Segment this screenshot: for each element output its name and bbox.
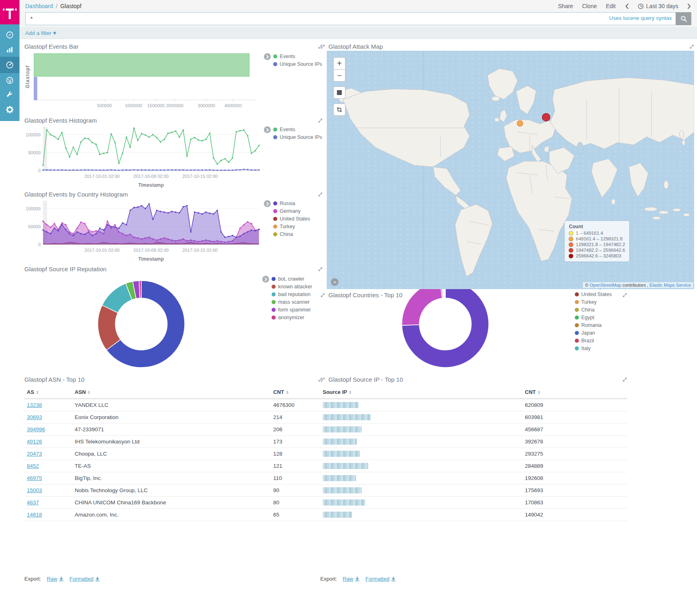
legend-color-dot: [273, 201, 277, 205]
legend-item[interactable]: Events: [273, 127, 322, 132]
as-number-link[interactable]: 394996: [27, 426, 45, 432]
attack-map[interactable]: + − Count 1 – 649161.4649161.4 – 1298321…: [327, 51, 694, 289]
ip-export-row: Export: Raw Formatted: [320, 576, 396, 582]
legend-item[interactable]: Unique Source IPs: [273, 134, 322, 140]
clone-button[interactable]: Clone: [582, 3, 597, 9]
legend-item[interactable]: bad reputation: [272, 292, 312, 297]
sidebar-item-visualize[interactable]: [0, 42, 19, 57]
expand-panel-icon[interactable]: [318, 192, 323, 197]
legend-item[interactable]: Russia: [273, 201, 310, 206]
legend-toggle[interactable]: [264, 126, 271, 133]
as-number-link[interactable]: 13238: [27, 402, 42, 408]
map-attribution-collapse-button[interactable]: [331, 278, 339, 286]
export-label: Export:: [24, 576, 41, 582]
edit-button[interactable]: Edit: [606, 3, 615, 9]
sidebar: [0, 0, 19, 616]
crop-icon: [337, 107, 342, 112]
legend-item[interactable]: Turkey: [575, 299, 612, 305]
map-fit-bounds-button[interactable]: [333, 86, 345, 99]
legend-item[interactable]: form spammer: [272, 307, 312, 313]
sidebar-item-dev-tools[interactable]: [0, 88, 19, 102]
map-draw-filter-button[interactable]: [333, 104, 345, 116]
legend-item[interactable]: Japan: [575, 330, 612, 336]
brand-logo[interactable]: [0, 0, 19, 24]
svg-text:0: 0: [38, 168, 41, 173]
expand-panel-icon[interactable]: [320, 44, 325, 49]
expand-panel-icon[interactable]: [622, 377, 627, 382]
openstreetmap-link[interactable]: OpenStreetMap: [590, 283, 621, 287]
map-controls: + −: [333, 57, 345, 116]
as-number-link[interactable]: 15003: [27, 487, 42, 493]
legend-item[interactable]: Romania: [575, 322, 612, 328]
breadcrumb-dashboard-link[interactable]: Dashboard: [25, 3, 53, 9]
export-formatted-link[interactable]: Formatted: [365, 576, 396, 582]
lucene-hint-link[interactable]: Uses lucene query syntax: [609, 15, 672, 21]
as-number-link[interactable]: 49126: [27, 439, 42, 445]
as-number-link[interactable]: 46975: [27, 475, 42, 481]
panel-title: Glastopf Events Bar: [24, 43, 78, 50]
legend-item[interactable]: China: [273, 231, 310, 237]
sidebar-item-dashboard[interactable]: [0, 57, 19, 73]
export-formatted-link[interactable]: Formatted: [69, 576, 100, 582]
export-raw-link[interactable]: Raw: [343, 576, 360, 582]
legend-item[interactable]: Turkey: [273, 224, 310, 229]
share-button[interactable]: Share: [558, 3, 573, 9]
as-number-link[interactable]: 14618: [27, 512, 42, 518]
search-button[interactable]: [676, 12, 691, 25]
sidebar-item-management[interactable]: [0, 102, 19, 117]
legend-item[interactable]: Events: [273, 54, 322, 59]
legend-item[interactable]: China: [575, 307, 612, 313]
column-header-source-ip[interactable]: Source IP: [320, 387, 522, 399]
table-row: 20473Choopa, LLC128: [24, 448, 323, 460]
legend-label: Italy: [581, 346, 591, 351]
legend-item[interactable]: Italy: [575, 346, 612, 351]
legend-toggle[interactable]: [262, 276, 269, 283]
table-row: 620809: [320, 399, 627, 411]
legend-item[interactable]: United States: [575, 292, 612, 297]
legend-item[interactable]: mass scanner: [272, 299, 312, 305]
sidebar-item-timelion[interactable]: [0, 73, 19, 88]
events-histogram-chart: 0500001000002017-10-01 02:002017-10-08 0…: [24, 125, 323, 192]
expand-panel-icon[interactable]: [318, 118, 323, 123]
add-filter-link[interactable]: Add a filter+: [25, 30, 56, 36]
table-row: 456687: [320, 424, 627, 436]
elastic-maps-service-link[interactable]: Elastic Maps Service: [650, 283, 691, 287]
map-zoom-in-button[interactable]: +: [333, 57, 345, 69]
column-header-cnt[interactable]: CNT: [271, 387, 323, 399]
svg-text:2017-10-01 02:00: 2017-10-01 02:00: [84, 174, 120, 179]
column-header-cnt[interactable]: CNT: [522, 387, 627, 399]
table-row: 14618Amazon.com, Inc.65: [24, 509, 323, 521]
expand-panel-icon[interactable]: [318, 267, 323, 272]
legend-item[interactable]: known attacker: [272, 284, 312, 290]
previous-time-button[interactable]: [625, 3, 629, 9]
sidebar-item-discover[interactable]: [0, 28, 19, 42]
column-header-asn[interactable]: ASN: [72, 387, 271, 399]
world-map-svg: [327, 51, 694, 289]
query-input[interactable]: [25, 12, 676, 25]
legend-item[interactable]: Germany: [273, 208, 310, 214]
column-header-as[interactable]: AS: [24, 387, 72, 399]
as-number-link[interactable]: 30693: [27, 414, 42, 420]
as-number-link[interactable]: 4837: [27, 499, 39, 506]
legend-item[interactable]: anonymizer: [272, 315, 312, 320]
western-russia-marker[interactable]: [542, 113, 550, 121]
svg-text:50000: 50000: [28, 224, 41, 229]
legend-color-dot: [575, 300, 579, 304]
legend-item[interactable]: Unique Source IPs: [273, 61, 322, 67]
expand-panel-icon[interactable]: [689, 44, 694, 49]
map-zoom-out-button[interactable]: −: [333, 69, 345, 82]
legend-item[interactable]: bot, crawler: [272, 276, 312, 282]
export-raw-link[interactable]: Raw: [47, 576, 64, 582]
legend-item[interactable]: Brazil: [575, 338, 612, 344]
legend-item[interactable]: Egypt: [575, 315, 612, 320]
legend-color-dot: [575, 346, 579, 350]
time-picker-button[interactable]: Last 30 days: [638, 3, 678, 9]
legend-toggle[interactable]: [264, 200, 271, 207]
legend-toggle[interactable]: [264, 53, 271, 60]
central-europe-marker[interactable]: [517, 121, 523, 126]
expand-panel-icon[interactable]: [320, 377, 325, 382]
next-time-button[interactable]: [687, 3, 691, 9]
as-number-link[interactable]: 8452: [27, 463, 39, 469]
as-number-link[interactable]: 20473: [27, 451, 42, 457]
legend-item[interactable]: United States: [273, 216, 310, 222]
